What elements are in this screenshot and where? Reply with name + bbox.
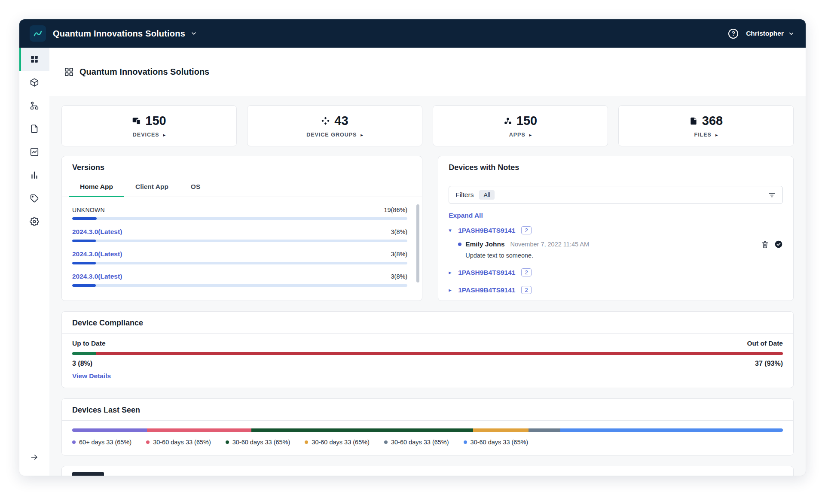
main-content: Quantum Innovations Solutions [49, 48, 806, 476]
version-count: 3(8%) [391, 228, 408, 235]
notes-filter-bar[interactable]: Filters All [449, 186, 783, 204]
analytics-chart-icon [30, 147, 39, 157]
version-label-link[interactable]: 2024.3.0(Latest) [72, 228, 122, 236]
note-count-badge: 2 [521, 286, 531, 294]
version-row: 2024.3.0(Latest) 3(8%) [72, 250, 407, 264]
sidebar-item-reports[interactable] [19, 164, 49, 187]
version-count: 3(8%) [391, 273, 408, 280]
tab-home-app[interactable]: Home App [69, 178, 124, 197]
note-text: Update text to someone. [449, 252, 783, 259]
help-icon[interactable]: ? [728, 29, 738, 39]
tag-icon [30, 194, 39, 203]
compliance-title: Device Compliance [72, 319, 783, 328]
version-progress-fill [72, 217, 97, 220]
device-id-link[interactable]: 1PASH9B4TS9141 [458, 227, 515, 234]
wave-icon [33, 28, 43, 39]
version-count: 3(8%) [391, 251, 408, 258]
stat-value: 150 [145, 114, 166, 128]
sidebar-item-analytics[interactable] [19, 140, 49, 164]
expand-triangle-icon[interactable]: ▸ [449, 270, 454, 275]
version-progress-track [72, 284, 407, 287]
legend-item: 30-60 days 33 (65%) [146, 439, 211, 446]
dashboard-icon [30, 55, 39, 64]
filter-icon[interactable] [768, 191, 776, 199]
last-seen-segment [473, 428, 529, 432]
page-title: Quantum Innovations Solutions [79, 67, 209, 77]
version-label-link[interactable]: 2024.3.0(Latest) [72, 250, 122, 258]
device-id-link[interactable]: 1PASH9B4TS9141 [458, 286, 515, 294]
versions-title: Versions [72, 163, 412, 172]
stat-card-apps[interactable]: 150 APPS ▸ [433, 105, 608, 146]
stat-card-device-groups[interactable]: 43 DEVICE GROUPS ▸ [247, 105, 422, 146]
chevron-down-icon [788, 30, 794, 37]
sidebar [19, 48, 49, 476]
topbar: Quantum Innovations Solutions ? Christop… [19, 19, 806, 48]
view-details-link[interactable]: View Details [72, 372, 111, 380]
tab-os[interactable]: OS [180, 178, 211, 197]
device-id-link[interactable]: 1PASH9B4TS9141 [458, 269, 515, 276]
legend-item: 30-60 days 33 (65%) [384, 439, 449, 446]
collapse-triangle-icon[interactable]: ▾ [449, 228, 454, 233]
legend-item: 30-60 days 33 (65%) [464, 439, 529, 446]
app-window: Quantum Innovations Solutions ? Christop… [19, 19, 806, 476]
sidebar-collapse-button[interactable] [19, 446, 49, 469]
delete-note-icon[interactable] [761, 240, 769, 249]
last-seen-bar [72, 428, 783, 432]
note-group-header[interactable]: ▸ 1PASH9B4TS9141 2 [449, 268, 783, 276]
sidebar-item-devices[interactable] [19, 71, 49, 94]
last-seen-legend: 60+ days 33 (65%) 30-60 days 33 (65%) 30… [72, 439, 783, 446]
sidebar-item-device-groups[interactable] [19, 94, 49, 117]
stat-cards-row: 150 DEVICES ▸ [61, 105, 794, 146]
device-compliance-panel: Device Compliance Up to Date Out of Date [61, 311, 794, 388]
org-switcher[interactable]: Quantum Innovations Solutions [53, 29, 197, 39]
version-list: UNKNOWN 19(86%) 2024.3.0(Latest) [62, 197, 422, 287]
version-progress-track [72, 217, 407, 220]
version-progress-track [72, 262, 407, 264]
version-label-link[interactable]: 2024.3.0(Latest) [72, 273, 122, 280]
caret-right-icon: ▸ [361, 133, 363, 137]
filter-chip-all[interactable]: All [479, 190, 495, 200]
version-label: UNKNOWN [72, 206, 105, 213]
resolve-note-check-icon[interactable] [774, 240, 783, 249]
organization-icon [64, 67, 74, 77]
compliance-bar [72, 352, 783, 355]
expand-triangle-icon[interactable]: ▸ [449, 287, 454, 293]
stat-label: DEVICES [133, 132, 159, 138]
stat-label: APPS [509, 132, 526, 138]
stat-card-devices[interactable]: 150 DEVICES ▸ [61, 105, 237, 146]
version-progress-fill [72, 284, 96, 287]
brand-logo[interactable] [30, 25, 46, 42]
out-of-date-value: 37 (93%) [755, 360, 783, 367]
compliance-bar-uptodate [72, 352, 96, 355]
compliance-bar-outofdate [96, 352, 783, 355]
sidebar-item-dashboard[interactable] [19, 48, 49, 71]
note-group-header[interactable]: ▾ 1PASH9B4TS9141 2 [449, 226, 783, 234]
sidebar-item-files[interactable] [19, 117, 49, 140]
stat-label: DEVICE GROUPS [306, 132, 357, 138]
user-name: Christopher [746, 30, 784, 37]
version-progress-fill [72, 262, 96, 264]
note-row: Emily Johns November 7, 2022 11:45 AM [449, 240, 783, 249]
device-groups-icon [30, 101, 39, 110]
files-icon [689, 117, 698, 125]
tab-client-app[interactable]: Client App [124, 178, 180, 197]
stat-card-files[interactable]: 368 FILES ▸ [618, 105, 794, 146]
user-menu[interactable]: Christopher [746, 30, 794, 37]
legend-dot-icon [384, 440, 388, 444]
devices-with-notes-panel: Devices with Notes Filters All [438, 156, 794, 301]
legend-dot-icon [72, 440, 76, 444]
last-seen-segment [251, 428, 473, 432]
caret-right-icon: ▸ [529, 133, 532, 137]
sidebar-item-settings[interactable] [19, 210, 49, 233]
note-group-header[interactable]: ▸ 1PASH9B4TS9141 2 [449, 286, 783, 294]
out-of-date-label: Out of Date [747, 340, 783, 347]
bullet-icon [458, 243, 461, 246]
note-count-badge: 2 [521, 226, 531, 234]
last-seen-segment [147, 428, 251, 432]
legend-dot-icon [305, 440, 308, 444]
expand-all-link[interactable]: Expand All [449, 212, 483, 219]
filters-label: Filters [455, 191, 474, 199]
sidebar-item-tags[interactable] [19, 187, 49, 210]
scrollbar-thumb[interactable] [416, 204, 419, 282]
last-seen-title: Devices Last Seen [72, 406, 783, 415]
